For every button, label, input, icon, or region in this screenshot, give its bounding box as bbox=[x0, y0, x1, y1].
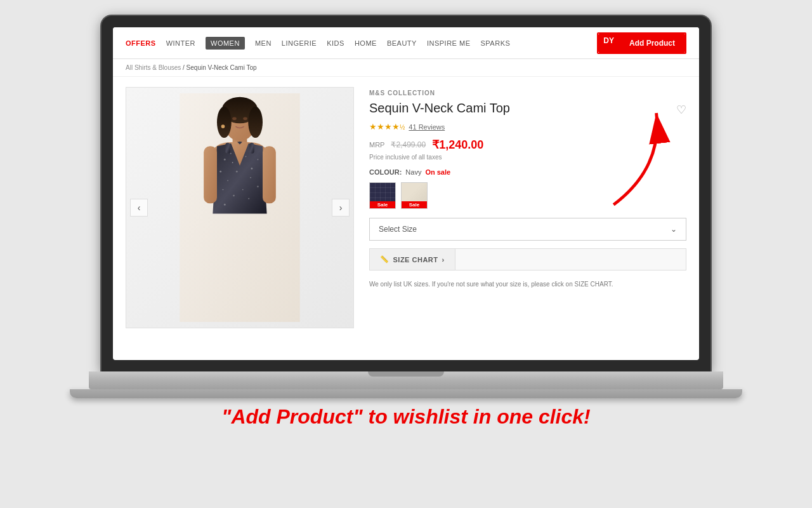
svg-point-13 bbox=[251, 168, 253, 170]
svg-point-5 bbox=[248, 107, 263, 138]
nav-winter[interactable]: WINTER bbox=[166, 39, 195, 47]
svg-point-18 bbox=[233, 195, 235, 197]
header-right: DY Add Product bbox=[597, 32, 686, 54]
product-title-row: Sequin V-Neck Cami Top ♡ bbox=[369, 100, 686, 117]
on-sale-badge: On sale bbox=[425, 168, 450, 176]
swatch-light[interactable]: Sale bbox=[401, 182, 428, 209]
nav-lingerie[interactable]: LINGERIE bbox=[282, 39, 317, 47]
size-select[interactable]: Select Size ⌄ bbox=[369, 218, 686, 241]
nav-inspire[interactable]: INSPIRE ME bbox=[427, 39, 471, 47]
laptop-screen-outer: OFFERS WINTER WOMEN MEN LINGERIE KIDS HO… bbox=[102, 16, 710, 371]
svg-point-24 bbox=[223, 189, 224, 190]
dy-badge: DY bbox=[598, 34, 619, 53]
brand-name: M&S COLLECTION bbox=[369, 90, 686, 97]
svg-point-17 bbox=[242, 189, 244, 190]
nav-offers[interactable]: OFFERS bbox=[126, 39, 156, 47]
svg-point-10 bbox=[230, 153, 232, 154]
svg-point-23 bbox=[250, 177, 251, 178]
product-image-section: ‹ bbox=[126, 87, 354, 341]
price-row: MRP ₹2,499.00 ₹1,240.00 bbox=[369, 138, 686, 152]
original-price: ₹2,499.00 bbox=[391, 140, 426, 149]
svg-rect-28 bbox=[225, 143, 230, 154]
nav-kids[interactable]: KIDS bbox=[327, 39, 344, 47]
svg-point-14 bbox=[227, 180, 228, 181]
svg-rect-29 bbox=[249, 143, 254, 154]
mrp-label: MRP bbox=[369, 141, 384, 149]
svg-point-8 bbox=[221, 124, 225, 128]
size-select-label: Select Size bbox=[379, 225, 417, 234]
product-title: Sequin V-Neck Cami Top bbox=[369, 100, 510, 116]
sale-price: ₹1,240.00 bbox=[432, 138, 483, 152]
wishlist-icon[interactable]: ♡ bbox=[676, 103, 686, 117]
size-chart-label: SIZE CHART bbox=[393, 256, 438, 264]
tax-note: Price inclusive of all taxes bbox=[369, 154, 686, 161]
colour-row: COLOUR: Navy On sale bbox=[369, 168, 686, 176]
laptop-base bbox=[89, 371, 723, 389]
size-chart-ruler-icon: 📏 bbox=[380, 255, 390, 264]
bottom-cta: "Add Product" to wishlist in one click! bbox=[221, 405, 591, 429]
svg-point-22 bbox=[232, 162, 233, 163]
carousel-prev-button[interactable]: ‹ bbox=[130, 199, 148, 217]
add-product-button[interactable]: Add Product bbox=[619, 34, 685, 53]
carousel-next-button[interactable]: › bbox=[332, 199, 350, 217]
colour-label: COLOUR: bbox=[369, 168, 402, 176]
size-select-chevron: ⌄ bbox=[671, 225, 677, 234]
svg-point-11 bbox=[236, 171, 238, 173]
svg-point-9 bbox=[224, 159, 226, 161]
svg-point-6 bbox=[232, 117, 237, 120]
svg-point-16 bbox=[219, 171, 221, 173]
nav-women[interactable]: WOMEN bbox=[206, 37, 245, 50]
breadcrumb-parent[interactable]: All Shirts & Blouses bbox=[126, 64, 181, 71]
colour-swatches: Sale Sale bbox=[369, 182, 686, 209]
nav-home[interactable]: HOME bbox=[355, 39, 377, 47]
size-info-text: We only list UK sizes. If you're not sur… bbox=[369, 277, 686, 291]
size-chart-right-panel bbox=[455, 248, 686, 271]
size-chart-button[interactable]: 📏 SIZE CHART › bbox=[369, 248, 455, 271]
swatch-navy[interactable]: Sale bbox=[369, 182, 396, 209]
size-chart-arrow-icon: › bbox=[442, 256, 445, 264]
nav-beauty[interactable]: BEAUTY bbox=[387, 39, 417, 47]
svg-point-20 bbox=[224, 204, 226, 206]
svg-point-12 bbox=[246, 156, 247, 157]
navigation: OFFERS WINTER WOMEN MEN LINGERIE KIDS HO… bbox=[126, 37, 510, 50]
svg-point-7 bbox=[243, 117, 247, 120]
colour-value: Navy bbox=[405, 168, 421, 176]
svg-rect-27 bbox=[263, 146, 276, 203]
laptop-bottom bbox=[70, 389, 742, 398]
breadcrumb-current: Sequin V-Neck Cami Top bbox=[187, 64, 257, 71]
nav-sparks[interactable]: SPARKS bbox=[481, 39, 511, 47]
site-header: OFFERS WINTER WOMEN MEN LINGERIE KIDS HO… bbox=[113, 27, 699, 59]
swatch-navy-sale-tag: Sale bbox=[370, 201, 395, 208]
product-details: M&S COLLECTION Sequin V-Neck Cami Top ♡ … bbox=[369, 87, 686, 341]
laptop-wrapper: OFFERS WINTER WOMEN MEN LINGERIE KIDS HO… bbox=[89, 16, 723, 492]
rating-row: ★★★★½ 41 Reviews bbox=[369, 122, 686, 131]
rating-stars: ★★★★½ bbox=[369, 122, 405, 131]
add-product-wrapper: DY Add Product bbox=[597, 32, 686, 54]
svg-point-21 bbox=[257, 185, 259, 187]
product-image-svg bbox=[176, 93, 303, 322]
product-image bbox=[126, 88, 353, 328]
product-image-container: ‹ bbox=[126, 87, 354, 328]
svg-rect-26 bbox=[204, 146, 217, 203]
nav-men[interactable]: MEN bbox=[255, 39, 272, 47]
product-area: ‹ bbox=[113, 77, 699, 351]
swatch-light-sale-tag: Sale bbox=[402, 201, 427, 208]
reviews-link[interactable]: 41 Reviews bbox=[409, 123, 445, 131]
svg-point-4 bbox=[217, 107, 232, 138]
breadcrumb: All Shirts & Blouses / Sequin V-Neck Cam… bbox=[113, 59, 699, 77]
svg-point-19 bbox=[248, 198, 249, 199]
svg-point-15 bbox=[257, 159, 258, 160]
size-chart-area: 📏 SIZE CHART › bbox=[369, 248, 686, 271]
laptop-screen-inner: OFFERS WINTER WOMEN MEN LINGERIE KIDS HO… bbox=[113, 27, 699, 360]
